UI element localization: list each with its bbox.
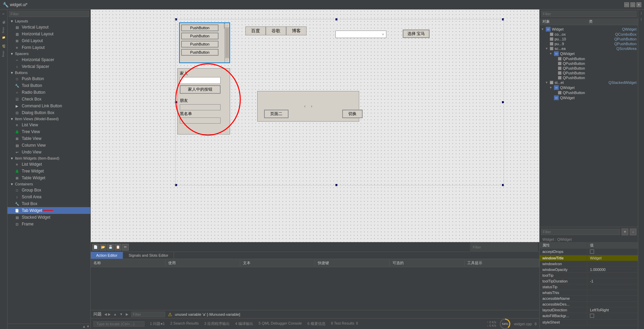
scrollbar[interactable]: ▲ ▼ <box>225 23 229 62</box>
sidebar-item-scroll-area[interactable]: ↕ Scroll Area <box>7 194 90 200</box>
action-filter-input[interactable] <box>470 242 538 252</box>
left-icon-debug2[interactable]: 🐛 <box>1 43 7 50</box>
tree-item-qpushbtn-3[interactable]: □ QPushButton <box>553 66 637 71</box>
left-label-design[interactable]: 设计 <box>1 18 6 19</box>
section-layouts[interactable]: ▼ Layouts <box>7 18 90 24</box>
props-filter-input[interactable] <box>541 229 620 235</box>
sidebar-item-tab-widget[interactable]: 📑 Tab Widget <box>7 207 90 214</box>
minimize-button[interactable]: — <box>624 2 629 7</box>
tree-item-qpushbtn-5[interactable]: □ QPushButton <box>553 75 637 80</box>
sidebar-item-tree-view[interactable]: 🌲 Tree View <box>7 128 90 135</box>
sidebar-item-list-widget[interactable]: ≡ List Widget <box>7 161 90 168</box>
left-icon-debug[interactable]: ⚙ <box>1 20 7 26</box>
tree-item-stacked[interactable]: ▼ ▤ st...et QStackedWidget <box>545 80 637 85</box>
action-toolbar-btn-3[interactable]: 💾 <box>107 244 114 251</box>
tree-item-qpushbtn-stacked[interactable]: □ QPushButton <box>553 90 637 95</box>
tree-item-widget[interactable]: ▼ W Widget QWidget <box>541 26 637 32</box>
autofill-checkbox[interactable] <box>590 314 594 318</box>
sidebar-item-grid-layout[interactable]: ⊞ Grid Layout <box>7 37 90 44</box>
section-item-views[interactable]: ▼ Item Views (Model-Based) <box>7 116 90 122</box>
designer-canvas[interactable]: ▲ PushButton PushButton PushButton PushB… <box>91 10 539 242</box>
push-button-2[interactable]: PushButton <box>181 33 219 39</box>
family-button[interactable]: 家人中的按钮 <box>180 85 221 94</box>
left-icon-project[interactable]: 📁 <box>1 35 7 41</box>
issue-up-btn[interactable]: ▲ <box>114 312 117 316</box>
tab-baidu[interactable]: 百度 <box>245 26 266 35</box>
sidebar-item-vertical-layout[interactable]: ▤ Vertical Layout <box>7 24 90 31</box>
sidebar-item-push-button[interactable]: □ Push Button <box>7 75 90 82</box>
stacked-nav-left[interactable]: ‹ <box>304 104 306 109</box>
action-toolbar-btn-5[interactable]: ✏ <box>122 244 129 251</box>
locate-input[interactable] <box>93 321 144 327</box>
props-add-button[interactable]: + <box>622 229 628 235</box>
sidebar-item-vertical-spacer[interactable]: ↕ Vertical Spacer <box>7 63 90 70</box>
tree-item-qpushbtn-1[interactable]: □ QPushButton <box>553 56 637 61</box>
sidebar-item-tree-widget[interactable]: 🌲 Tree Widget <box>7 168 90 175</box>
status-tab-summary[interactable]: 6 概要信息 <box>304 321 328 326</box>
sidebar-item-frame[interactable]: ⊡ Frame <box>7 221 90 227</box>
status-tab-qml[interactable]: 5 QML Debugger Console <box>256 321 304 326</box>
switch-button[interactable]: 切换 <box>342 110 363 118</box>
sidebar-item-table-widget[interactable]: ⊞ Table Widget <box>7 175 90 181</box>
maximize-button[interactable]: □ <box>630 2 635 7</box>
tab-signals-slots[interactable]: Signals and Slots Editor <box>123 252 174 259</box>
right-filter-input[interactable] <box>541 11 637 17</box>
stacked-nav-right[interactable]: › <box>311 104 312 109</box>
section-buttons[interactable]: ▼ Buttons <box>7 70 90 75</box>
section-spacers[interactable]: ▼ Spacers <box>7 51 90 56</box>
sidebar-item-check-box[interactable]: ☑ Check Box <box>7 96 90 103</box>
sidebar-item-column-view[interactable]: ▤ Column View <box>7 142 90 149</box>
push-button-4[interactable]: PushButton <box>181 49 219 56</box>
scroll-down-arrow[interactable]: ▼ <box>225 58 229 62</box>
close-button[interactable]: ✕ <box>637 2 641 7</box>
right-icon-1[interactable]: ⟩ <box>639 11 644 16</box>
tab-blog[interactable]: 博客 <box>286 26 307 35</box>
tab-google[interactable]: 谷歌 <box>266 26 286 35</box>
left-label-debug[interactable]: ebug <box>1 26 6 34</box>
select-button[interactable]: 选择 宝马 <box>403 30 430 38</box>
issue-filter-input[interactable] <box>131 312 165 317</box>
sidebar-item-table-view[interactable]: ⊞ Table View <box>7 135 90 142</box>
sidebar-item-horizontal-spacer[interactable]: ↔ Horizontal Spacer <box>7 56 90 63</box>
sidebar-item-undo-view[interactable]: ↩ Undo View <box>7 149 90 156</box>
status-tab-search[interactable]: 2 Search Results <box>168 321 202 326</box>
sidebar-item-stacked-widget[interactable]: ▤ Stacked Widget <box>7 214 90 221</box>
issue-down-btn[interactable]: ▼ <box>120 312 123 316</box>
tree-item-qpushbtn-4[interactable]: □ QPushButton <box>553 71 637 75</box>
friend-input[interactable] <box>180 104 221 110</box>
issue-right-btn[interactable]: ▶ <box>126 312 128 316</box>
sidebar-item-horizontal-layout[interactable]: ▥ Horizontal Layout <box>7 31 90 37</box>
status-tab-app-output[interactable]: 3 应用程序输出 <box>202 321 232 326</box>
status-tab-issues[interactable]: 1 问题●1 <box>147 321 168 326</box>
sidebar-scroll-up[interactable]: ▲ <box>82 325 86 328</box>
sidebar-item-tool-button[interactable]: 🔧 Tool Button <box>7 82 90 89</box>
scroll-thumb[interactable] <box>225 28 229 57</box>
section-containers[interactable]: ▼ Containers <box>7 181 90 187</box>
sidebar-item-form-layout[interactable]: ≡ Form Layout <box>7 44 90 51</box>
status-tab-test[interactable]: 8 Test Results ⇕ <box>328 321 361 326</box>
tree-item-qwidget-scroll[interactable]: ▼ W QWidget <box>549 51 637 56</box>
action-toolbar-btn-2[interactable]: 📂 <box>100 244 106 251</box>
page2-button[interactable]: 页面二 <box>264 110 289 118</box>
left-label-project[interactable]: 项目 <box>1 41 6 43</box>
sidebar-filter-input[interactable] <box>9 11 89 17</box>
tree-item-qwidget-stacked1[interactable]: ▼ W QWidget <box>549 85 637 90</box>
tree-item-qwidget-stacked2[interactable]: W QWidget <box>549 95 637 100</box>
tree-item-qpushbtn-2[interactable]: □ QPushButton <box>553 61 637 66</box>
left-label-debug2[interactable]: ebug <box>1 50 6 58</box>
sidebar-item-tool-box[interactable]: 🔧 Tool Box <box>7 200 90 207</box>
acceptdrops-checkbox[interactable] <box>590 250 594 254</box>
scroll-up-arrow[interactable]: ▲ <box>225 23 229 28</box>
sidebar-scroll-down[interactable]: ▼ <box>86 325 90 328</box>
sidebar-item-dialog-button-box[interactable]: ⊡ Dialog Button Box <box>7 109 90 116</box>
right-icon-2[interactable]: ⟨ <box>639 17 644 22</box>
sidebar-item-group-box[interactable]: □ Group Box <box>7 187 90 194</box>
push-button-1[interactable]: PushButton <box>181 24 219 31</box>
action-toolbar-btn-1[interactable]: 📄 <box>92 244 99 251</box>
tree-item-pushbtn9[interactable]: □ pu...9 QPushButton <box>545 41 637 46</box>
push-button-3[interactable]: PushButton <box>181 41 219 48</box>
props-remove-button[interactable]: - <box>630 229 637 235</box>
combo-box[interactable]: ▼ <box>335 31 386 38</box>
family-input[interactable] <box>180 77 221 84</box>
tree-item-scrollarea[interactable]: ▼ ↕ sc...ea QScrollArea <box>545 46 637 51</box>
